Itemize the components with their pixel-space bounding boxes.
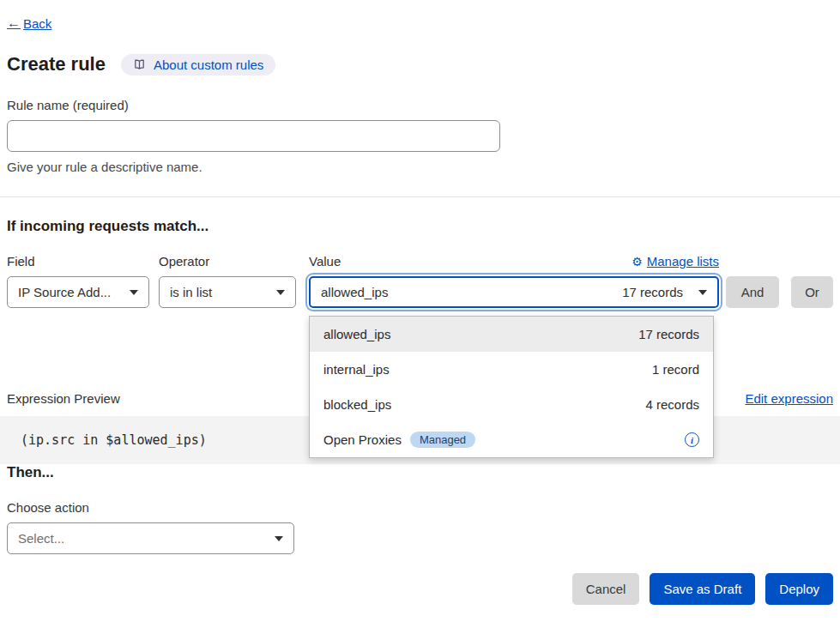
gear-icon: ⚙ [632, 255, 643, 269]
action-select[interactable]: Select... [7, 522, 294, 554]
chevron-down-icon [276, 290, 285, 295]
title-row: Create rule About custom rules [7, 53, 833, 75]
rule-name-label: Rule name (required) [7, 98, 833, 112]
manage-lists-label: Manage lists [647, 254, 719, 269]
footer-actions: Cancel Save as Draft Deploy [7, 573, 833, 605]
match-section-title: If incoming requests match... [7, 218, 833, 235]
operator-label: Operator [159, 254, 296, 269]
chevron-down-icon [275, 536, 283, 541]
managed-badge: Managed [410, 432, 475, 448]
list-option-blocked-ips[interactable]: blocked_ips 4 records [310, 387, 713, 422]
back-label: Back [23, 16, 51, 31]
manage-lists-link[interactable]: ⚙ Manage lists [632, 254, 719, 269]
match-labels-row: Field Operator Value ⚙ Manage lists [7, 254, 833, 269]
rule-name-input[interactable] [7, 120, 500, 152]
deploy-button[interactable]: Deploy [765, 573, 833, 605]
about-custom-rules-label: About custom rules [154, 57, 263, 72]
back-link[interactable]: ←Back [7, 15, 51, 31]
field-select-value: IP Source Add... [18, 285, 111, 299]
chevron-down-icon [130, 290, 138, 295]
list-option-allowed-ips[interactable]: allowed_ips 17 records [310, 317, 713, 352]
list-option-records: 1 record [652, 362, 699, 377]
then-section-title: Then... [7, 464, 833, 481]
field-label: Field [7, 254, 149, 269]
and-button[interactable]: And [726, 276, 779, 308]
list-option-records: 17 records [638, 327, 699, 341]
rule-name-help: Give your rule a descriptive name. [7, 160, 833, 174]
action-select-placeholder: Select... [18, 531, 64, 546]
list-option-internal-ips[interactable]: internal_ips 1 record [310, 352, 713, 387]
about-custom-rules-link[interactable]: About custom rules [121, 54, 275, 75]
expression-code: (ip.src in $allowed_ips) [21, 432, 207, 448]
book-icon [133, 58, 146, 71]
create-rule-page: ←Back Create rule About custom rules Rul… [7, 15, 833, 605]
page-title: Create rule [7, 53, 106, 75]
value-label: Value [309, 254, 341, 269]
field-select[interactable]: IP Source Add... [7, 276, 149, 308]
edit-expression-link[interactable]: Edit expression [745, 391, 833, 406]
value-label-row: Value ⚙ Manage lists [309, 254, 719, 269]
value-dropdown: allowed_ips 17 records internal_ips 1 re… [309, 316, 714, 458]
list-option-records: 4 records [645, 397, 699, 412]
value-select-value: allowed_ips [321, 285, 388, 299]
back-row: ←Back [7, 15, 833, 31]
value-select[interactable]: allowed_ips 17 records [309, 276, 719, 308]
operator-select-value: is in list [170, 285, 212, 299]
save-draft-button[interactable]: Save as Draft [650, 573, 755, 605]
chevron-down-icon [698, 290, 707, 295]
list-option-name: internal_ips [323, 362, 390, 377]
list-option-open-proxies-left: Open Proxies Managed [323, 432, 475, 448]
cancel-button[interactable]: Cancel [572, 573, 640, 605]
value-select-wrap: allowed_ips 17 records allowed_ips 17 re… [309, 276, 719, 308]
match-controls-row: IP Source Add... is in list allowed_ips … [7, 276, 833, 308]
expression-preview-label: Expression Preview [7, 391, 120, 406]
choose-action-label: Choose action [7, 500, 833, 515]
list-option-open-proxies[interactable]: Open Proxies Managed i [310, 422, 713, 457]
back-arrow-icon: ← [7, 15, 21, 31]
info-icon[interactable]: i [685, 432, 699, 447]
or-button[interactable]: Or [791, 276, 833, 308]
list-option-name: allowed_ips [323, 327, 390, 341]
value-select-records: 17 records [622, 285, 683, 299]
operator-select[interactable]: is in list [159, 276, 296, 308]
section-divider [0, 196, 840, 197]
list-option-name: Open Proxies [323, 432, 402, 447]
list-option-name: blocked_ips [323, 397, 391, 412]
